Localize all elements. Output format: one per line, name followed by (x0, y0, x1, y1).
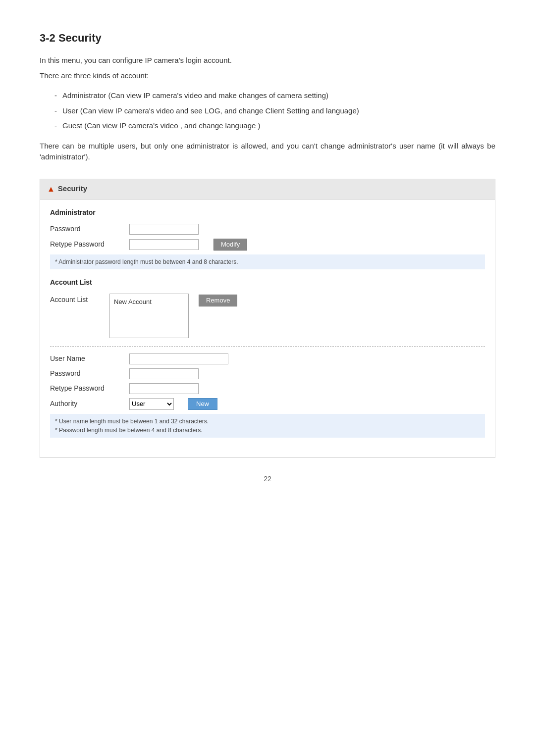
account-list-label: Account List (50, 294, 109, 305)
authority-select[interactable]: User Guest (129, 398, 174, 410)
password-input[interactable] (129, 224, 199, 235)
account-list-box[interactable]: New Account (109, 294, 189, 338)
new-button[interactable]: New (188, 398, 217, 410)
panel-body: Administrator Password Retype Password M… (40, 200, 495, 457)
user-password-input[interactable] (129, 368, 199, 379)
intro-line1: In this menu, you can configure IP camer… (40, 55, 495, 66)
closing-text: There can be multiple users, but only on… (40, 141, 495, 163)
retype-label: Retype Password (50, 239, 129, 250)
bullet-item-3: Guest (Can view IP camera's video , and … (54, 120, 495, 132)
password-label: Password (50, 224, 129, 234)
authority-label: Authority (50, 399, 129, 409)
security-panel-title: Security (58, 183, 87, 195)
user-form: User Name Password Retype Password Autho… (50, 353, 485, 438)
security-panel-header: ▲ Security (40, 179, 495, 200)
password-row: Password (50, 224, 485, 235)
user-retype-row: Retype Password (50, 383, 485, 394)
remove-button[interactable]: Remove (199, 295, 237, 306)
intro-line2: There are three kinds of account: (40, 70, 495, 82)
retype-password-input[interactable] (129, 239, 199, 250)
administrator-section: Administrator Password Retype Password M… (50, 207, 485, 269)
security-panel: ▲ Security Administrator Password Retype… (40, 179, 495, 458)
page-heading: 3-2 Security (40, 30, 495, 46)
remove-btn-container: Remove (199, 294, 237, 306)
admin-info-bar: * Administrator password length must be … (50, 254, 485, 269)
account-list-section: Account List Account List New Account Re… (50, 277, 485, 338)
username-row: User Name (50, 353, 485, 364)
bullet-list: Administrator (Can view IP camera's vide… (54, 90, 495, 132)
modify-button[interactable]: Modify (214, 239, 247, 251)
retype-password-row: Retype Password Modify (50, 239, 485, 251)
user-retype-label: Retype Password (50, 383, 129, 394)
user-password-row: Password (50, 368, 485, 379)
authority-row: Authority User Guest New (50, 398, 485, 410)
page-number: 22 (40, 474, 495, 484)
user-info-bar: * User name length must be between 1 and… (50, 414, 485, 438)
security-icon: ▲ (47, 183, 55, 195)
user-info-line1: * User name length must be between 1 and… (55, 417, 480, 426)
username-label: User Name (50, 353, 129, 364)
user-retype-input[interactable] (129, 383, 199, 394)
user-info-line2: * Password length must be between 4 and … (55, 426, 480, 435)
admin-section-title: Administrator (50, 207, 485, 218)
account-list-row: Account List New Account Remove (50, 294, 485, 338)
account-list-section-title: Account List (50, 277, 485, 288)
account-list-item-new[interactable]: New Account (112, 296, 186, 308)
username-input[interactable] (129, 353, 228, 364)
bullet-item-1: Administrator (Can view IP camera's vide… (54, 90, 495, 101)
user-password-label: Password (50, 368, 129, 379)
bullet-item-2: User (Can view IP camera's video and see… (54, 105, 495, 117)
dashed-divider (50, 346, 485, 347)
